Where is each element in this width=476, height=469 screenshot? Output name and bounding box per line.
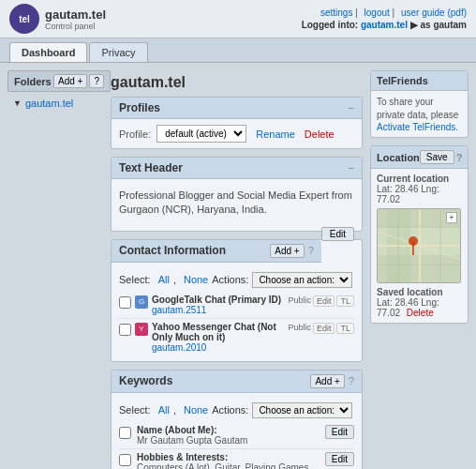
location-help-icon[interactable]: ? — [456, 152, 463, 163]
folders-label: Folders — [14, 76, 52, 87]
contact-item-info-0: GoogleTalk Chat (Primary ID) gautam.2511 — [152, 295, 284, 315]
profiles-title: Profiles — [119, 101, 160, 114]
content-area: gautam.tel Profiles − Profile: default (… — [111, 70, 469, 469]
logged-info: Logged into: gautam.tel ▶ as gautam — [302, 20, 467, 30]
text-header-content: Professional Blogger and Social Media Ex… — [119, 185, 354, 225]
contact-icon-0: G — [135, 295, 148, 309]
sidebar: Folders Add + ? ▼ gautam.tel — [7, 70, 111, 469]
contact-tl-tag-0[interactable]: TL — [336, 295, 354, 307]
contact-item-checkbox-1[interactable] — [119, 324, 131, 336]
location-delete-link[interactable]: Delete — [407, 308, 434, 318]
tab-privacy[interactable]: Privacy — [89, 42, 147, 62]
keywords-add-button[interactable]: Add + — [310, 374, 344, 388]
profile-row: Profile: default (active) Rename Delete — [119, 125, 354, 143]
right-column: TelFriends To share your private data, p… — [370, 70, 469, 469]
text-header-section: Text Header − Professional Blogger and S… — [111, 157, 363, 232]
contact-tl-tag-1[interactable]: TL — [336, 323, 354, 334]
map-zoom-button[interactable]: + — [446, 212, 457, 223]
telfriends-section: TelFriends To share your private data, p… — [370, 70, 469, 138]
contact-help-icon[interactable]: ? — [308, 245, 314, 256]
location-section: Location Save ? Current location Lat: 28… — [370, 145, 469, 324]
location-header: Location Save ? — [371, 146, 468, 169]
contact-select-all[interactable]: All — [158, 274, 170, 285]
add-folder-button[interactable]: Add + — [53, 74, 87, 88]
top-links-area: settings | logout | user guide (pdf) Log… — [302, 8, 467, 30]
arrow-icon: ▼ — [13, 98, 22, 108]
contact-info-header: Contact Information Add + ? — [112, 240, 321, 263]
keyword-item-1: Hobbies & Interests: Computers (A lot), … — [119, 449, 354, 469]
saved-location: Saved location Lat: 28.46 Lng: 77.02 Del… — [377, 287, 462, 318]
logo-area: tel gautam.tel Control panel — [9, 4, 106, 34]
activate-telfriends-link[interactable]: Activate TelFriends. — [377, 122, 458, 132]
site-info: gautam.tel Control panel — [45, 8, 106, 31]
telfriends-text: To share your private data, please — [377, 97, 458, 120]
profile-label: Profile: — [119, 129, 151, 140]
map-placeholder: + — [378, 209, 460, 282]
keywords-header: Keywords Add + ? — [112, 371, 362, 393]
site-name: gautam.tel — [45, 8, 106, 22]
contact-name-0: GoogleTalk Chat (Primary ID) — [152, 295, 284, 305]
contact-value-1: gautam.2010 — [152, 342, 284, 353]
telfriends-body: To share your private data, please Activ… — [371, 91, 468, 137]
location-save-button[interactable]: Save — [420, 150, 454, 164]
keyword-edit-button-0[interactable]: Edit — [325, 425, 354, 439]
keywords-body: Select: All, None Actions: Choose an act… — [112, 393, 362, 469]
contact-public-tag-1: Public — [288, 323, 311, 332]
keyword-value-0: Mr Gautam Gupta Gautam — [137, 435, 320, 446]
sidebar-header: Folders Add + ? — [7, 70, 111, 92]
user-guide-link[interactable]: user guide (pdf) — [401, 8, 467, 18]
site-subtitle: Control panel — [45, 22, 106, 31]
contact-edit-tag-0[interactable]: Edit — [313, 295, 335, 307]
contact-info-body: Select: All, None Actions: Choose an act… — [112, 263, 362, 361]
contact-public-tag-0: Public — [288, 295, 311, 305]
contact-item-1: Y Yahoo Messenger Chat (Not Only Much on… — [119, 319, 354, 356]
contact-value-0: gautam.2511 — [152, 305, 284, 315]
saved-location-label: Saved location — [377, 287, 443, 297]
profiles-body: Profile: default (active) Rename Delete — [112, 119, 362, 148]
content-main: gautam.tel Profiles − Profile: default (… — [111, 70, 363, 469]
keyword-edit-button-1[interactable]: Edit — [325, 452, 354, 466]
keyword-checkbox-1[interactable] — [119, 454, 131, 466]
text-header-header: Text Header − — [112, 158, 362, 179]
keyword-content-0: Name (About Me): Mr Gautam Gupta Gautam — [137, 425, 320, 446]
folder-help-button[interactable]: ? — [89, 74, 104, 88]
contact-edit-tag-1[interactable]: Edit — [313, 323, 335, 334]
contact-icon-1: Y — [135, 323, 148, 336]
tab-dashboard[interactable]: Dashboard — [9, 42, 87, 62]
keyword-name-0: Name (About Me): — [137, 425, 320, 435]
contact-select-row: Select: All, None Actions: Choose an act… — [119, 272, 354, 288]
logout-link[interactable]: logout — [364, 8, 390, 18]
location-title: Location — [377, 152, 420, 163]
settings-link[interactable]: settings — [320, 8, 352, 18]
contact-info-title: Contact Information — [119, 244, 226, 257]
profiles-collapse-icon[interactable]: − — [349, 102, 354, 113]
rename-link[interactable]: Rename — [256, 129, 295, 140]
keywords-help-icon[interactable]: ? — [349, 375, 354, 386]
keyword-item-0: Name (About Me): Mr Gautam Gupta Gautam … — [119, 422, 354, 449]
keywords-select-none[interactable]: None — [184, 404, 208, 416]
sidebar-item-gautam[interactable]: ▼ gautam.tel — [7, 96, 111, 111]
text-header-body: Professional Blogger and Social Media Ex… — [112, 179, 362, 231]
text-header-title: Text Header — [119, 161, 183, 174]
keyword-name-1: Hobbies & Interests: — [137, 452, 320, 462]
contact-header-controls: Add + ? — [270, 244, 314, 258]
contact-actions-select[interactable]: Choose an action: — [252, 272, 352, 288]
keywords-select-all[interactable]: All — [158, 404, 170, 416]
profiles-header: Profiles − — [112, 98, 362, 119]
text-header-edit-button[interactable]: Edit — [321, 227, 354, 241]
contact-item-actions-1: Public Edit TL — [288, 323, 354, 334]
profiles-section: Profiles − Profile: default (active) Ren… — [111, 97, 363, 149]
sidebar-site-label: gautam.tel — [25, 98, 73, 109]
contact-select-none[interactable]: None — [184, 274, 208, 285]
page-title: gautam.tel — [111, 70, 363, 97]
keywords-title: Keywords — [119, 374, 172, 387]
delete-link[interactable]: Delete — [305, 129, 335, 140]
location-coords: Lat: 28.46 Lng: 77.02 — [377, 184, 462, 204]
contact-item-checkbox-0[interactable] — [119, 296, 131, 309]
keyword-checkbox-0[interactable] — [119, 427, 131, 439]
text-header-collapse-icon[interactable]: − — [349, 162, 354, 174]
keywords-actions-select[interactable]: Choose an action: — [252, 402, 352, 418]
contact-add-button[interactable]: Add + — [270, 244, 304, 258]
profile-select[interactable]: default (active) — [156, 125, 246, 143]
nav-tabs: Dashboard Privacy — [0, 38, 476, 63]
